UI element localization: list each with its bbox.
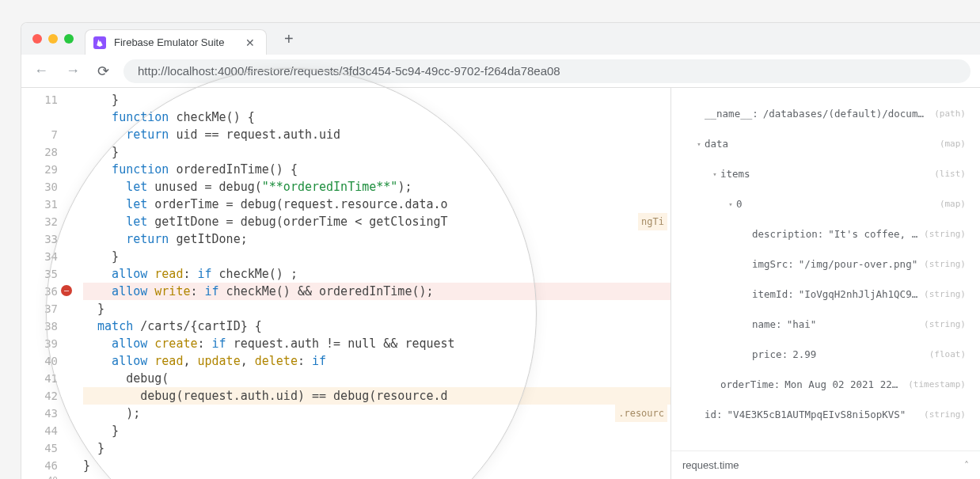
forward-button[interactable]: → [63, 59, 83, 82]
inspector-type: (path) [929, 107, 966, 121]
line-number: 7 [21, 126, 58, 143]
code-line: allow create: if request.auth != null &&… [83, 335, 670, 352]
code-line: allow read: if checkMe() ; [83, 265, 670, 283]
inspector-type: (string) [919, 408, 966, 422]
browser-window: Firebase Emulator Suite ✕ + ← → ⟳ http:/… [21, 22, 980, 479]
inspector-row: __name__:/databases/(default)/documents/… [671, 102, 972, 126]
inspector-type: (list) [929, 167, 966, 181]
inspector-row: name:"hai"(string) [671, 313, 972, 336]
line-number: 43 [21, 405, 58, 422]
new-tab-button[interactable]: + [278, 27, 300, 51]
inspector-type: (string) [919, 227, 966, 241]
inspector-row[interactable]: ▾items(list) [671, 162, 972, 186]
page-content: 117282930313233343536–373839404142434445… [21, 88, 980, 479]
inspector-key: data [705, 137, 728, 151]
inspector-row[interactable]: ▾data(map) [671, 132, 972, 156]
inspector-row[interactable]: ▾0(map) [671, 192, 972, 216]
code-line: function checkMe() { [83, 108, 670, 126]
line-number: 38 [21, 317, 58, 335]
inspector-key: orderTime: [720, 378, 780, 392]
inspector-type: (timestamp) [903, 378, 966, 392]
code-line: match /carts/{cartID} { [83, 317, 670, 335]
line-number: 35 [21, 265, 58, 283]
caret-down-icon: ▾ [725, 197, 736, 211]
line-number: 33 [21, 230, 58, 248]
line-number [21, 108, 58, 126]
minimize-window-icon[interactable] [48, 34, 58, 44]
inspector-key: id: [705, 408, 723, 422]
inspector-type: (string) [919, 317, 966, 332]
line-number: 37 [21, 300, 58, 317]
browser-tab[interactable]: Firebase Emulator Suite ✕ [85, 29, 267, 55]
inspector-row: orderTime:Mon Aug 02 2021 22:14:46 GM…(t… [671, 373, 972, 397]
line-number: 40 [21, 352, 58, 370]
inspector-type: (string) [919, 287, 966, 302]
code-line: } [83, 143, 670, 161]
inspector-key: price: [752, 348, 788, 362]
line-number: 11 [21, 91, 58, 108]
close-tab-icon[interactable]: ✕ [245, 36, 255, 49]
code-line: } [83, 91, 670, 108]
tab-strip: Firebase Emulator Suite ✕ + [21, 23, 980, 55]
address-bar[interactable]: http://localhost:4000/firestore/requests… [123, 59, 971, 83]
truncation-annotation: .resourc [615, 405, 667, 422]
inspector-type: (map) [935, 137, 966, 151]
code-line: } [83, 248, 670, 265]
caret-down-icon: ▾ [693, 137, 705, 151]
inspector-row: itemId:"IoVgqH2nhJljAh1QC9eD"(string) [671, 283, 972, 306]
code-line: let getItDone = debug(orderTime < getClo… [83, 213, 670, 230]
inspector-key: name: [752, 317, 782, 332]
code-line: debug(request.auth.uid) == debug(resourc… [83, 387, 670, 405]
inspector-tree[interactable]: __name__:/databases/(default)/documents/… [671, 88, 980, 450]
inspector-value: "V4E3K5cB1AUTMpqEIvS8ni5opKVS" [727, 408, 919, 422]
inspector-key: itemId: [752, 287, 794, 302]
code-line: return uid == request.auth.uid [83, 126, 670, 143]
code-line: );.resourc [83, 405, 670, 422]
code-line: } [83, 422, 670, 439]
line-number: 45 [21, 439, 58, 457]
code-line: allow write: if checkMe() && orderedInTi… [83, 283, 670, 300]
rules-editor: 117282930313233343536–373839404142434445… [21, 88, 671, 479]
window-traffic-lights [28, 34, 80, 44]
inspector-value: "/img/pour-over.png" [799, 257, 919, 272]
inspector-value: /databases/(default)/documents/orde… [763, 107, 930, 121]
inspector-key: description: [752, 227, 823, 241]
inspector-type: (map) [935, 197, 966, 211]
line-number: 30 [21, 178, 58, 196]
line-number: 29 [21, 161, 58, 178]
inspector-row: imgSrc:"/img/pour-over.png"(string) [671, 253, 972, 276]
inspector-key: items [720, 167, 750, 181]
line-number: 44 [21, 422, 58, 439]
line-number: 31 [21, 196, 58, 213]
inspector-key: imgSrc: [752, 257, 794, 272]
line-number: 28 [21, 143, 58, 161]
line-number: 41 [21, 370, 58, 387]
inspector-section-request-time[interactable]: request.time ˄ [671, 450, 980, 479]
inspector-type: (float) [925, 348, 966, 362]
url-text: http://localhost:4000/firestore/requests… [138, 64, 560, 78]
firebase-favicon-icon [93, 36, 106, 49]
url-bar: ← → ⟳ http://localhost:4000/firestore/re… [21, 55, 980, 88]
code-body[interactable]: } function checkMe() { return uid == req… [64, 88, 670, 479]
line-number-gutter: 117282930313233343536–373839404142434445… [21, 88, 64, 479]
code-line: return getItDone; [83, 230, 670, 248]
truncation-annotation: ngTi [638, 213, 667, 230]
close-window-icon[interactable] [32, 34, 42, 44]
code-line: let orderTime = debug(request.resource.d… [83, 196, 670, 213]
request-inspector: __name__:/databases/(default)/documents/… [671, 88, 980, 479]
inspector-key: 0 [736, 197, 743, 211]
line-number: 36– [21, 283, 58, 300]
back-button[interactable]: ← [31, 59, 51, 82]
inspector-key: __name__: [705, 107, 758, 121]
inspector-value: "hai" [787, 317, 919, 332]
code-line: allow read, update, delete: if [83, 352, 670, 370]
code-line: let unused = debug("**orderedInTime**"); [83, 178, 670, 196]
inspector-value: "IoVgqH2nhJljAh1QC9eD" [799, 287, 919, 302]
reload-button[interactable]: ⟳ [94, 59, 112, 83]
maximize-window-icon[interactable] [64, 34, 74, 44]
caret-down-icon: ▾ [709, 167, 720, 181]
inspector-row: description:"It's coffee, but fanc…(stri… [671, 222, 972, 246]
inspector-row: id:"V4E3K5cB1AUTMpqEIvS8ni5opKVS"(string… [671, 403, 972, 427]
code-line: } [83, 457, 670, 474]
line-number: 40 [21, 474, 58, 479]
